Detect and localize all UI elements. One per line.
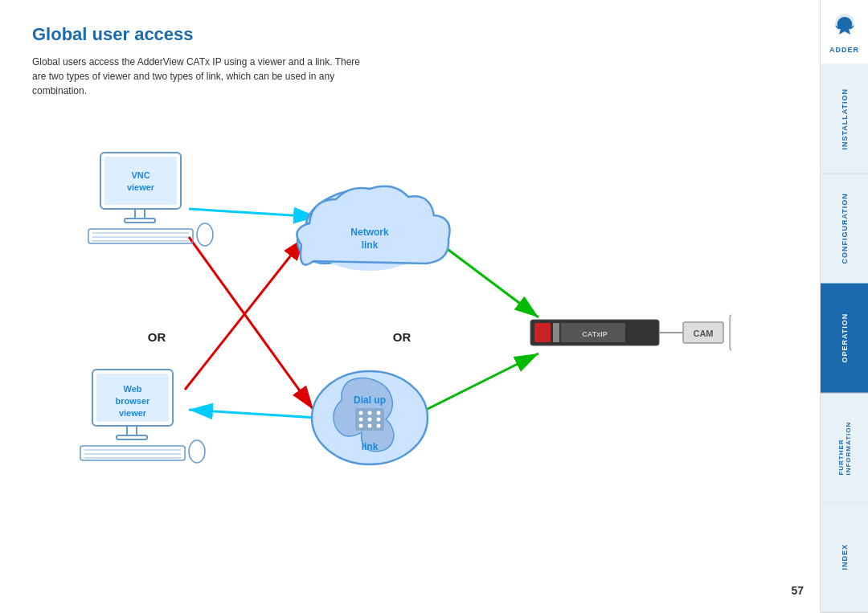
svg-rect-60 [730, 315, 731, 350]
svg-text:VNC: VNC [131, 170, 149, 180]
adder-brand: ADDER [829, 46, 859, 54]
svg-point-44 [359, 418, 363, 422]
svg-text:viewer: viewer [119, 408, 147, 418]
svg-point-49 [377, 424, 381, 428]
svg-point-43 [377, 411, 381, 415]
svg-point-29 [189, 440, 205, 463]
svg-point-47 [359, 424, 363, 428]
svg-text:Network: Network [350, 227, 389, 238]
tab-operation[interactable]: OPERATION [821, 284, 868, 394]
tab-further-information[interactable]: FURTHERINFORMATION [821, 394, 868, 504]
main-content: Global user access Global users access t… [0, 0, 820, 613]
svg-line-4 [189, 209, 317, 217]
tab-index[interactable]: INDEX [821, 503, 868, 613]
svg-line-5 [189, 410, 317, 418]
svg-rect-13 [125, 219, 155, 223]
svg-text:OR: OR [393, 330, 411, 344]
svg-point-48 [368, 424, 372, 428]
svg-rect-11 [104, 157, 177, 205]
page-description: Global users access the AdderView CATx I… [32, 55, 370, 98]
svg-text:Web: Web [123, 384, 141, 394]
svg-text:viewer: viewer [127, 182, 155, 192]
diagram-area: VNC viewer Web browser viewer [32, 104, 731, 554]
svg-text:link: link [362, 239, 379, 251]
svg-rect-53 [534, 323, 551, 342]
svg-text:Dial up: Dial up [354, 394, 386, 406]
svg-text:link: link [362, 441, 379, 452]
sidebar: ADDER INSTALLATION CONFIGURATION OPERATI… [820, 0, 868, 613]
svg-rect-54 [553, 323, 559, 342]
sidebar-logo: ADDER [821, 0, 868, 64]
svg-point-42 [368, 411, 372, 415]
svg-point-45 [368, 418, 372, 422]
diagram-svg: VNC viewer Web browser viewer [32, 104, 731, 554]
svg-rect-23 [127, 426, 137, 435]
page-title: Global user access [32, 24, 788, 45]
svg-line-9 [426, 353, 538, 410]
svg-rect-24 [117, 435, 147, 439]
svg-point-18 [197, 223, 213, 246]
tab-configuration[interactable]: CONFIGURATION [821, 174, 868, 284]
svg-text:CATxIP: CATxIP [582, 330, 607, 338]
svg-text:OR: OR [148, 330, 166, 344]
svg-rect-12 [135, 209, 145, 219]
tab-installation[interactable]: INSTALLATION [821, 64, 868, 174]
svg-line-7 [189, 237, 313, 410]
svg-text:CAM: CAM [693, 329, 713, 338]
svg-point-41 [359, 411, 363, 415]
adder-logo-svg [827, 10, 862, 46]
svg-text:browser: browser [116, 396, 151, 406]
svg-point-46 [377, 418, 381, 422]
page-number: 57 [791, 584, 804, 597]
